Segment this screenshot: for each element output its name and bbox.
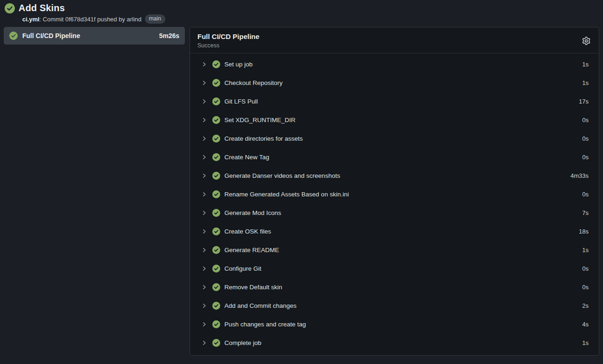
step-name: Configure Git (224, 265, 582, 272)
step-name: Create directories for assets (224, 135, 582, 142)
step-row[interactable]: Set XDG_RUNTIME_DIR 0s (201, 110, 589, 129)
step-name: Generate README (224, 247, 582, 254)
step-success-check-icon (212, 302, 220, 310)
step-row[interactable]: Push changes and create tag 4s (201, 315, 589, 333)
step-success-check-icon (212, 135, 220, 143)
job-detail-panel: Full CI/CD Pipeline Success (190, 27, 599, 356)
workflow-file-name: ci.yml (22, 16, 39, 23)
chevron-right-icon[interactable] (201, 210, 207, 216)
job-name: Full CI/CD Pipeline (22, 32, 154, 39)
step-row[interactable]: Set up job 1s (201, 55, 589, 73)
step-row[interactable]: Add and Commit changes 2s (201, 296, 589, 315)
step-row[interactable]: Configure Git 0s (201, 259, 589, 278)
step-success-check-icon (212, 283, 220, 291)
step-name: Complete job (224, 339, 582, 346)
step-duration: 1s (582, 79, 589, 86)
author-link[interactable]: arlind (127, 16, 142, 23)
pushed-by-label: pushed by (96, 16, 127, 23)
step-duration: 2s (582, 302, 589, 309)
step-name: Checkout Repository (224, 79, 582, 86)
step-duration: 4s (582, 321, 589, 328)
step-duration: 1s (582, 247, 589, 254)
step-duration: 4m33s (570, 172, 589, 179)
step-name: Set XDG_RUNTIME_DIR (224, 117, 582, 124)
job-status-text: Success (197, 42, 259, 49)
step-success-check-icon (212, 246, 220, 254)
chevron-right-icon[interactable] (201, 321, 207, 327)
run-success-check-icon (5, 3, 15, 13)
job-item-full-ci-cd-pipeline[interactable]: Full CI/CD Pipeline 5m26s (4, 27, 185, 45)
steps-list: Set up job 1s (190, 53, 599, 355)
actions-run-page: Add Skins ci.yml: Commit 0f678d341f push… (0, 0, 603, 364)
step-row[interactable]: Create OSK files 18s (201, 222, 589, 240)
step-row[interactable]: Generate README 1s (201, 240, 589, 259)
job-duration: 5m26s (159, 32, 179, 39)
step-duration: 0s (582, 154, 589, 161)
step-success-check-icon (212, 116, 220, 124)
chevron-right-icon[interactable] (201, 340, 207, 346)
step-success-check-icon (212, 172, 220, 180)
step-row[interactable]: Create directories for assets 0s (201, 129, 589, 148)
chevron-right-icon[interactable] (201, 136, 207, 142)
step-name: Push changes and create tag (224, 321, 582, 328)
step-name: Generate Danser videos and screenshots (224, 172, 570, 179)
chevron-right-icon[interactable] (201, 173, 207, 179)
step-name: Create New Tag (224, 154, 582, 161)
step-duration: 0s (582, 265, 589, 272)
step-success-check-icon (212, 228, 220, 235)
step-row[interactable]: Generate Mod Icons 7s (201, 203, 589, 222)
step-name: Add and Commit changes (224, 302, 582, 309)
step-row[interactable]: Git LFS Pull 17s (201, 92, 589, 110)
step-success-check-icon (212, 60, 220, 68)
step-duration: 0s (582, 284, 589, 291)
branch-badge[interactable]: main (145, 14, 165, 24)
step-row[interactable]: Checkout Repository 1s (201, 73, 589, 92)
step-name: Rename Generated Assets Based on skin.in… (224, 191, 582, 198)
jobs-sidebar: Full CI/CD Pipeline 5m26s (4, 27, 185, 45)
chevron-right-icon[interactable] (201, 80, 207, 86)
step-success-check-icon (212, 153, 220, 161)
step-row[interactable]: Complete job 1s (201, 333, 589, 352)
step-success-check-icon (212, 190, 220, 198)
step-duration: 0s (582, 191, 589, 198)
commit-label: : Commit (39, 16, 66, 23)
step-success-check-icon (212, 320, 220, 328)
chevron-right-icon[interactable] (201, 303, 207, 309)
chevron-right-icon[interactable] (201, 61, 207, 67)
run-subtitle: ci.yml: Commit 0f678d341f pushed by arli… (22, 14, 598, 24)
step-success-check-icon (212, 339, 220, 347)
step-row[interactable]: Generate Danser videos and screenshots 4… (201, 166, 589, 185)
step-row[interactable]: Create New Tag 0s (201, 148, 589, 166)
step-name: Set up job (224, 61, 582, 68)
step-row[interactable]: Rename Generated Assets Based on skin.in… (201, 185, 589, 203)
run-title-row: Add Skins (5, 3, 598, 13)
step-name: Generate Mod Icons (224, 209, 582, 216)
step-success-check-icon (212, 98, 220, 105)
chevron-right-icon[interactable] (201, 117, 207, 123)
chevron-right-icon[interactable] (201, 154, 207, 160)
commit-hash-link[interactable]: 0f678d341f (65, 16, 95, 23)
step-duration: 0s (582, 117, 589, 124)
step-duration: 0s (582, 135, 589, 142)
step-name: Git LFS Pull (224, 98, 579, 105)
chevron-right-icon[interactable] (201, 228, 207, 234)
gear-icon[interactable] (582, 37, 590, 45)
step-row[interactable]: Remove Default skin 0s (201, 278, 589, 296)
step-success-check-icon (212, 79, 220, 87)
step-name: Remove Default skin (224, 284, 582, 291)
chevron-right-icon[interactable] (201, 98, 207, 104)
chevron-right-icon[interactable] (201, 247, 207, 253)
step-duration: 17s (579, 98, 589, 105)
run-header: Add Skins ci.yml: Commit 0f678d341f push… (0, 0, 603, 25)
run-body: Full CI/CD Pipeline 5m26s Full CI/CD Pip… (0, 25, 603, 364)
chevron-right-icon[interactable] (201, 191, 207, 197)
step-name: Create OSK files (224, 228, 579, 235)
step-success-check-icon (212, 209, 220, 217)
step-duration: 1s (582, 339, 589, 346)
chevron-right-icon[interactable] (201, 266, 207, 272)
step-duration: 7s (582, 209, 589, 216)
run-title: Add Skins (19, 3, 65, 13)
chevron-right-icon[interactable] (201, 284, 207, 290)
job-detail-titles: Full CI/CD Pipeline Success (197, 32, 259, 49)
job-detail-header: Full CI/CD Pipeline Success (190, 27, 599, 53)
